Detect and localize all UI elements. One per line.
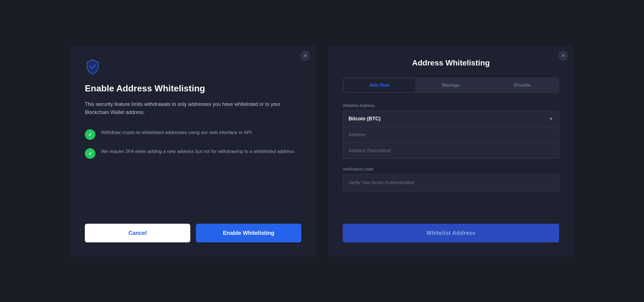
check-icon-1 xyxy=(85,129,95,140)
feature-text-2: We require 2FA when adding a new address… xyxy=(101,148,295,155)
enable-whitelisting-button[interactable]: Enable Whitelisting xyxy=(196,224,301,242)
tabs-container: Add New Manage Disable xyxy=(343,77,559,93)
shield-icon xyxy=(85,59,301,83)
verification-input[interactable] xyxy=(343,174,559,191)
close-icon: ✕ xyxy=(303,53,307,58)
whitelist-address-section: Whitelist Address Bitcoin (BTC) ▼ xyxy=(343,103,559,159)
right-panel-title: Address Whitelisting xyxy=(343,59,559,67)
feature-item-1: Withdraw crypto to whitelisted addresses… xyxy=(85,129,301,140)
panel-description: This security feature limits withdrawals… xyxy=(85,100,301,116)
check-icon-2 xyxy=(85,148,95,159)
currency-dropdown[interactable]: Bitcoin (BTC) ▼ xyxy=(343,111,559,127)
dropdown-value: Bitcoin (BTC) xyxy=(349,116,381,122)
button-row: Cancel Enable Whitelisting xyxy=(85,224,301,242)
whitelist-address-button[interactable]: Whitelist Address xyxy=(343,224,559,242)
close-icon: ✕ xyxy=(561,53,565,58)
whitelist-address-label: Whitelist Address xyxy=(343,103,559,108)
tab-manage[interactable]: Manage xyxy=(415,79,487,92)
left-close-button[interactable]: ✕ xyxy=(300,51,310,61)
address-whitelisting-panel: ✕ Address Whitelisting Add New Manage Di… xyxy=(328,45,574,257)
verification-section: Verification code xyxy=(343,167,559,191)
feature-list: Withdraw crypto to whitelisted addresses… xyxy=(85,129,301,207)
right-close-button[interactable]: ✕ xyxy=(558,51,568,61)
dropdown-arrow-icon: ▼ xyxy=(549,116,553,121)
address-description-input[interactable] xyxy=(343,143,559,159)
feature-text-1: Withdraw crypto to whitelisted addresses… xyxy=(101,129,253,136)
cancel-button[interactable]: Cancel xyxy=(85,224,190,242)
feature-item-2: We require 2FA when adding a new address… xyxy=(85,148,301,159)
enable-whitelisting-panel: ✕ Enable Address Whitelisting This secur… xyxy=(70,45,316,257)
tab-disable[interactable]: Disable xyxy=(487,79,558,92)
tab-add-new[interactable]: Add New xyxy=(344,79,415,92)
panel-title: Enable Address Whitelisting xyxy=(85,83,301,94)
address-input[interactable] xyxy=(343,127,559,143)
verification-label: Verification code xyxy=(343,167,559,171)
